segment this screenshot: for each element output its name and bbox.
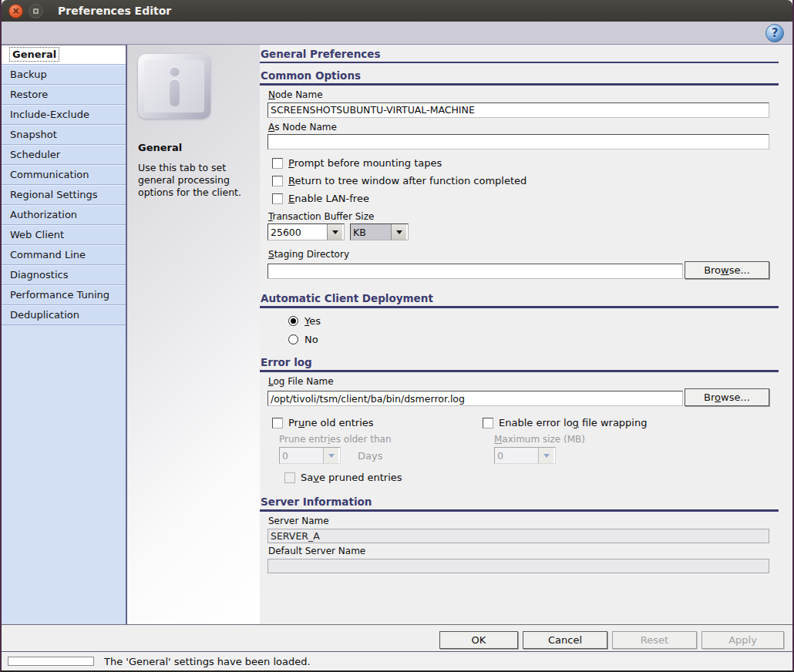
staging-directory-label: Staging Directory [268,249,769,260]
as-node-name-label: As Node Name [268,122,769,133]
tab-label: Deduplication [10,309,79,321]
content-pane: General Preferences Common Options Node … [260,45,792,624]
enable-error-log-wrapping-label: Enable error log file wrapping [499,417,647,428]
prune-entries-older-than-label: Prune entries older than [279,434,481,445]
prompt-before-mounting-tapes-checkbox[interactable] [272,158,283,169]
log-file-browse-button[interactable]: Browse... [685,388,769,406]
default-server-name-label: Default Server Name [268,546,769,556]
tab-label: Scheduler [10,149,60,160]
tab-label: General [10,48,59,61]
maximum-size-dropdown-icon[interactable] [538,448,553,463]
cancel-button[interactable]: Cancel [523,631,607,649]
tab-label: Restore [10,89,48,100]
sidebar-tab-performance-tuning[interactable]: Performance Tuning [2,285,126,305]
info-panel: General Use this tab to set general proc… [127,45,260,624]
reset-button[interactable]: Reset [612,631,697,649]
node-name-input[interactable] [267,102,769,118]
wrap-column: Enable error log file wrapping Maximum s… [481,411,647,483]
restore-icon[interactable] [29,4,43,18]
button-bar: OK Cancel Reset Apply [2,624,792,651]
maximum-size-label: Maximum size (MB) [494,434,647,445]
server-name-label: Server Name [268,516,769,526]
close-icon[interactable]: × [8,4,23,18]
header-strip: ? [2,22,792,45]
return-to-tree-window-checkbox[interactable] [272,176,283,186]
titlebar: × Preferences Editor [2,0,792,22]
tab-label: Regional Settings [10,189,98,200]
tab-label: Web Client [10,229,64,240]
progress-bar [8,657,94,666]
transaction-buffer-size-label: Transaction Buffer Size [268,211,769,222]
sidebar-tab-scheduler[interactable]: Scheduler [2,145,126,165]
transaction-buffer-size-dropdown-icon[interactable] [327,224,342,240]
save-pruned-entries-label: Save pruned entries [301,472,402,483]
page-title: General Preferences [260,46,779,63]
prune-column: Prune old entries Prune entries older th… [267,411,481,483]
section-common-options: Common Options [260,67,779,86]
preferences-editor-window: × Preferences Editor ? General Backup Re… [0,0,794,672]
save-pruned-entries-checkbox[interactable] [284,472,295,483]
return-to-tree-window-label: Return to tree window after function com… [288,175,527,186]
info-panel-title: General [138,142,251,153]
auto-deploy-yes-label: Yes [304,315,321,327]
days-unit-label: Days [358,450,382,462]
sidebar-tab-diagnostics[interactable]: Diagnostics [2,265,126,285]
sidebar-tab-command-line[interactable]: Command Line [2,245,126,265]
section-error-log: Error log [260,354,779,372]
auto-deploy-no-label: No [304,334,318,345]
prune-old-entries-label: Prune old entries [288,417,374,428]
sidebar-tab-backup[interactable]: Backup [2,65,126,85]
enable-error-log-wrapping-checkbox[interactable] [483,418,493,428]
log-file-name-label: Log File Name [268,376,769,387]
tab-label: Communication [10,169,89,180]
maximum-size-value[interactable] [495,448,538,463]
restore-square-glyph [33,8,39,14]
tab-label: Include-Exclude [10,109,89,120]
apply-button[interactable]: Apply [701,631,784,649]
status-bar: The 'General' settings have been loaded. [2,651,792,670]
sidebar-tab-web-client[interactable]: Web Client [2,225,126,245]
sidebar-tab-communication[interactable]: Communication [2,165,126,185]
log-file-name-input[interactable] [267,391,683,406]
tab-label: Snapshot [10,129,57,140]
sidebar-tab-general[interactable]: General [2,45,126,65]
enable-lan-free-checkbox[interactable] [272,193,283,204]
sidebar-tab-restore[interactable]: Restore [2,85,126,105]
auto-deploy-yes-radio[interactable] [288,316,298,326]
sidebar-tab-regional-settings[interactable]: Regional Settings [2,185,126,205]
sidebar-tab-deduplication[interactable]: Deduplication [2,305,126,325]
sidebar-tab-authorization[interactable]: Authorization [2,205,126,225]
help-icon[interactable]: ? [765,24,784,42]
info-icon [138,54,210,119]
staging-directory-browse-button[interactable]: Browse... [685,261,769,279]
info-icon-glyph [144,60,204,113]
tab-label: Command Line [10,249,86,260]
transaction-buffer-size-value[interactable] [268,224,327,240]
ok-button[interactable]: OK [439,631,518,649]
as-node-name-input[interactable] [267,134,769,150]
sidebar-tab-include-exclude[interactable]: Include-Exclude [2,105,126,125]
tab-label: Backup [10,69,47,80]
default-server-name-field [267,559,769,573]
staging-directory-input[interactable] [267,264,683,279]
tab-label: Performance Tuning [10,289,109,301]
tab-label: Diagnostics [10,269,68,281]
transaction-buffer-unit-combo: KB [350,223,409,240]
window-title: Preferences Editor [58,5,171,17]
node-name-label: Node Name [268,89,769,100]
main-area: General Backup Restore Include-Exclude S… [2,45,792,624]
maximum-size-combo [494,447,556,464]
prune-old-entries-checkbox[interactable] [272,418,283,428]
auto-deploy-no-radio[interactable] [288,334,298,344]
sidebar-tab-snapshot[interactable]: Snapshot [2,125,126,145]
prune-days-dropdown-icon[interactable] [323,448,338,463]
tab-label: Authorization [10,209,77,220]
prune-days-value[interactable] [280,448,323,463]
section-automatic-client-deployment: Automatic Client Deployment [260,290,779,308]
section-server-information: Server Information [260,493,779,512]
info-panel-description: Use this tab to set general processing o… [136,162,251,199]
enable-lan-free-label: Enable LAN-free [288,193,369,204]
transaction-buffer-unit-dropdown-icon[interactable] [391,224,406,240]
transaction-buffer-unit-value[interactable]: KB [351,224,391,240]
status-message: The 'General' settings have been loaded. [104,656,311,667]
